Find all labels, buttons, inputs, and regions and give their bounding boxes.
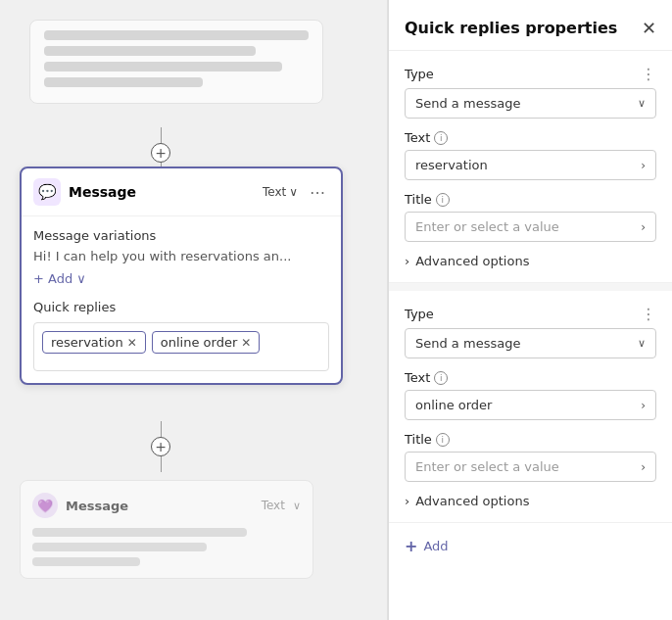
type-field-group-2: Type ⋮ Send a message ∨ xyxy=(405,305,656,358)
node-menu-button[interactable]: ⋯ xyxy=(306,181,329,204)
advanced-options-toggle-1[interactable]: › Advanced options xyxy=(405,254,656,268)
node-top xyxy=(29,20,323,104)
text-value-field-1[interactable]: reservation › xyxy=(405,150,656,180)
quick-replies-section: Quick replies reservation ✕ online order… xyxy=(33,300,329,371)
message-node-icon: 💬 xyxy=(33,178,61,206)
panel-section-2: Type ⋮ Send a message ∨ Text i online or… xyxy=(389,291,672,523)
bottom-node-type: Text xyxy=(262,499,285,512)
section-divider xyxy=(389,283,672,291)
type-field-group-1: Type ⋮ Send a message ∨ xyxy=(405,65,656,119)
connector-mid: + xyxy=(151,421,170,472)
quick-replies-container: reservation ✕ online order ✕ xyxy=(33,322,329,371)
type-label-1: Type xyxy=(405,67,434,81)
reply-tag-reservation: reservation ✕ xyxy=(42,331,146,354)
text-value-field-2[interactable]: online order › xyxy=(405,390,656,420)
add-reply-button[interactable]: + Add xyxy=(389,523,672,569)
add-icon: + xyxy=(405,537,417,555)
text-field-chevron-1: › xyxy=(641,159,646,172)
remove-reservation-button[interactable]: ✕ xyxy=(127,337,137,349)
right-panel: Quick replies properties ✕ Type ⋮ Send a… xyxy=(388,0,672,620)
text-label-1: Text xyxy=(405,130,430,145)
node-type-badge[interactable]: Text ∨ xyxy=(263,185,298,199)
title-field-chevron-1: › xyxy=(641,220,646,234)
type-dropdown-1[interactable]: Send a message ∨ xyxy=(405,88,656,119)
node-title: Message xyxy=(69,184,255,200)
panel-title: Quick replies properties xyxy=(405,19,617,37)
node-header: 💬 Message Text ∨ ⋯ xyxy=(22,168,341,216)
panel-section-1: Type ⋮ Send a message ∨ Text i reservati… xyxy=(389,51,672,283)
title-label-2: Title xyxy=(405,432,432,447)
panel-header: Quick replies properties ✕ xyxy=(389,0,672,51)
dropdown-chevron-1: ∨ xyxy=(638,97,646,110)
advanced-options-toggle-2[interactable]: › Advanced options xyxy=(405,494,656,508)
reply-tag-online-order: online order ✕ xyxy=(152,331,261,354)
add-node-button-top[interactable]: + xyxy=(151,143,170,163)
add-variation-button[interactable]: + Add ∨ xyxy=(33,271,329,286)
type-more-button-2[interactable]: ⋮ xyxy=(641,305,656,323)
title-field-group-1: Title i Enter or select a value › xyxy=(405,192,656,242)
text-info-icon-1: i xyxy=(434,131,448,145)
text-field-group-1: Text i reservation › xyxy=(405,130,656,180)
variations-label: Message variations xyxy=(33,228,329,243)
message-node: 💬 Message Text ∨ ⋯ Message variations Hi… xyxy=(20,167,343,385)
title-label-1: Title xyxy=(405,192,432,207)
remove-online-order-button[interactable]: ✕ xyxy=(241,337,251,349)
node-body: Message variations Hi! I can help you wi… xyxy=(22,216,341,383)
title-info-icon-1: i xyxy=(436,193,450,207)
text-label-2: Text xyxy=(405,370,430,385)
type-more-button-1[interactable]: ⋮ xyxy=(641,65,656,83)
node-bottom: 💜 Message Text ∨ xyxy=(20,480,313,579)
variation-text: Hi! I can help you with reservations an.… xyxy=(33,249,329,263)
text-info-icon-2: i xyxy=(434,371,448,385)
bottom-node-title: Message xyxy=(66,499,128,513)
canvas-area: + 💬 Message Text ∨ ⋯ Message variations … xyxy=(0,0,388,620)
type-label-2: Type xyxy=(405,307,434,321)
type-dropdown-2[interactable]: Send a message ∨ xyxy=(405,328,656,358)
add-node-button-mid[interactable]: + xyxy=(151,437,170,456)
close-panel-button[interactable]: ✕ xyxy=(642,18,656,38)
title-value-field-2[interactable]: Enter or select a value › xyxy=(405,452,656,482)
dropdown-chevron-2: ∨ xyxy=(638,337,646,350)
text-field-chevron-2: › xyxy=(641,399,646,412)
title-field-chevron-2: › xyxy=(641,460,646,474)
quick-replies-label: Quick replies xyxy=(33,300,329,314)
text-field-group-2: Text i online order › xyxy=(405,370,656,420)
title-info-icon-2: i xyxy=(436,433,450,447)
title-field-group-2: Title i Enter or select a value › xyxy=(405,432,656,482)
title-value-field-1[interactable]: Enter or select a value › xyxy=(405,212,656,242)
